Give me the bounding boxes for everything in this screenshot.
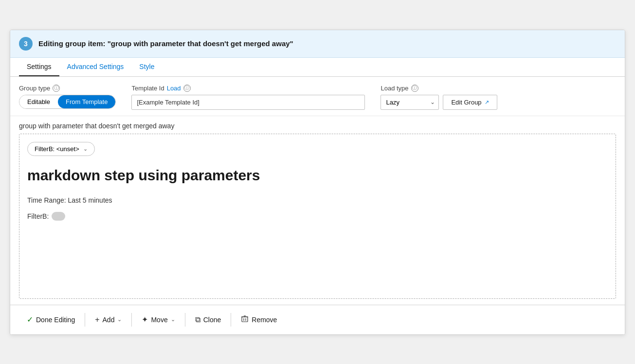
markdown-heading: markdown step using parameters (27, 166, 608, 185)
group-type-label: Group type ⓘ (19, 85, 116, 92)
filterb-row-label: FilterB: (27, 212, 49, 220)
add-button[interactable]: + Add ⌄ (87, 312, 129, 328)
step-badge: 3 (19, 37, 33, 51)
settings-row: Group type ⓘ Editable From Template Temp… (10, 77, 625, 116)
toolbar-divider-2 (131, 313, 132, 327)
plus-icon: + (95, 315, 99, 324)
from-template-toggle-btn[interactable]: From Template (58, 95, 115, 108)
remove-label: Remove (252, 316, 277, 324)
editable-toggle-btn[interactable]: Editable (19, 95, 58, 108)
filterb-chevron-icon: ⌄ (83, 146, 88, 152)
group-type-info-icon[interactable]: ⓘ (53, 85, 60, 92)
toolbar-divider-4 (231, 313, 231, 327)
tab-advanced-settings[interactable]: Advanced Settings (59, 58, 132, 76)
group-title: group with parameter that doesn't get me… (10, 116, 625, 134)
move-button[interactable]: ✦ Move ⌄ (134, 311, 182, 328)
tabs-bar: Settings Advanced Settings Style (10, 58, 625, 77)
header-bar: 3 Editing group item: "group with parame… (10, 30, 625, 58)
load-type-select[interactable]: Lazy Eager (381, 95, 439, 110)
filterb-dropdown[interactable]: FilterB: <unset> ⌄ (27, 142, 95, 156)
group-type-field: Group type ⓘ Editable From Template (19, 85, 116, 109)
bottom-toolbar: ✓ Done Editing + Add ⌄ ✦ Move ⌄ ⧉ Clone (10, 305, 625, 334)
add-chevron-icon: ⌄ (117, 316, 122, 323)
load-type-info-icon[interactable]: ⓘ (411, 85, 418, 92)
remove-button[interactable]: Remove (233, 311, 285, 329)
load-type-group: Lazy Eager ⌄ Edit Group ↗ (381, 95, 497, 110)
load-type-field: Load type ⓘ Lazy Eager ⌄ Edit Group ↗ (381, 85, 497, 110)
toolbar-divider-3 (185, 313, 185, 327)
done-editing-label: Done Editing (36, 316, 75, 324)
template-id-info-icon[interactable]: ⓘ (183, 85, 191, 92)
tab-style[interactable]: Style (131, 58, 162, 76)
template-id-input[interactable] (131, 95, 365, 110)
trash-icon (241, 315, 249, 325)
svg-rect-0 (242, 317, 248, 322)
time-range-text: Time Range: Last 5 minutes (27, 196, 608, 204)
main-panel: 3 Editing group item: "group with parame… (10, 30, 625, 335)
filterb-row: FilterB: (27, 212, 608, 221)
group-type-toggle: Editable From Template (19, 95, 116, 109)
edit-group-button[interactable]: Edit Group ↗ (443, 95, 497, 110)
filterb-pill (52, 212, 65, 221)
tab-settings[interactable]: Settings (19, 58, 59, 76)
move-icon: ✦ (142, 315, 148, 324)
toolbar-divider-1 (85, 313, 85, 327)
move-chevron-icon: ⌄ (171, 316, 175, 323)
template-id-field: Template Id Load ⓘ (131, 85, 365, 110)
clone-icon: ⧉ (195, 315, 200, 324)
content-area: FilterB: <unset> ⌄ markdown step using p… (19, 134, 616, 299)
filterb-dropdown-label: FilterB: <unset> (35, 145, 79, 153)
check-icon: ✓ (27, 315, 33, 324)
move-label: Move (151, 316, 167, 324)
header-title: Editing group item: "group with paramete… (38, 39, 293, 48)
load-type-select-wrapper: Lazy Eager ⌄ (381, 95, 439, 110)
external-link-icon: ↗ (485, 99, 489, 105)
clone-button[interactable]: ⧉ Clone (187, 312, 229, 328)
template-load-link[interactable]: Load (167, 85, 181, 92)
clone-label: Clone (203, 316, 221, 324)
template-id-label: Template Id Load ⓘ (131, 85, 365, 92)
add-label: Add (103, 316, 115, 324)
done-editing-button[interactable]: ✓ Done Editing (19, 311, 83, 328)
load-type-label: Load type ⓘ (381, 85, 497, 92)
